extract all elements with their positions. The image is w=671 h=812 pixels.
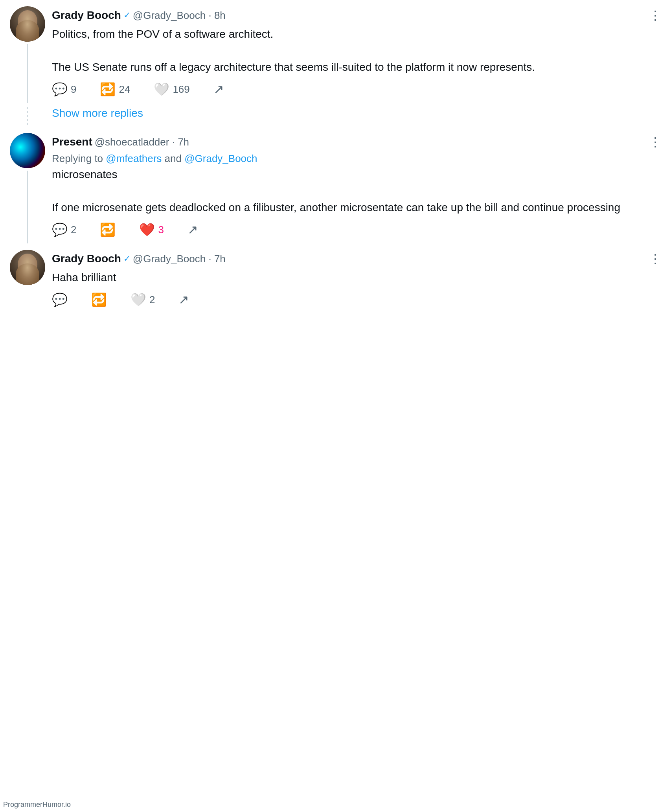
tweet-3-header: Grady Booch ✓ @Grady_Booch · 7h ⋮ — [52, 250, 663, 268]
tweet-2: Present @shoecatladder · 7h ⋮ Replying t… — [0, 127, 671, 243]
tweet-3-more-icon[interactable]: ⋮ — [647, 250, 663, 268]
tweet-1-handle[interactable]: @Grady_Booch — [133, 9, 206, 21]
tweet-3-right-col: Grady Booch ✓ @Grady_Booch · 7h ⋮ Haha b… — [47, 243, 671, 313]
tweet-3-retweet-action[interactable]: 🔁 — [91, 292, 107, 307]
like-icon-3: 🤍 — [131, 292, 146, 307]
tweet-1-more-icon[interactable]: ⋮ — [647, 6, 663, 24]
tweet-2-handle[interactable]: @shoecatladder — [95, 136, 169, 148]
tweet-2-time: 7h — [178, 136, 189, 148]
reply-icon: 💬 — [52, 82, 68, 97]
tweet-1-like-count: 169 — [173, 83, 189, 96]
tweet-2-username[interactable]: Present — [52, 136, 92, 148]
tweet-2-like-count: 3 — [158, 224, 164, 236]
watermark: ProgrammerHumor.io — [3, 801, 71, 809]
tweet-2-header: Present @shoecatladder · 7h ⋮ — [52, 133, 663, 151]
tweet-2-right-col: Present @shoecatladder · 7h ⋮ Replying t… — [47, 127, 671, 243]
tweet-3-share-action[interactable]: ↗ — [178, 292, 189, 307]
tweet-3-time: 7h — [214, 253, 226, 265]
tweet-3-body: Haha brilliant — [52, 269, 663, 286]
tweet-3-verified-icon: ✓ — [123, 254, 131, 264]
share-icon-2: ↗ — [188, 222, 198, 237]
tweet-2-mention-1[interactable]: @mfeathers — [106, 153, 162, 164]
tweet-1-thread-line — [27, 44, 28, 103]
reply-icon-3: 💬 — [52, 292, 68, 307]
tweet-3-handle[interactable]: @Grady_Booch — [133, 253, 206, 265]
like-icon: 🤍 — [154, 82, 169, 97]
tweet-1-body-line-3: The US Senate runs off a legacy architec… — [52, 61, 535, 73]
watermark-text: ProgrammerHumor.io — [3, 801, 71, 808]
tweet-1-body: Politics, from the POV of a software arc… — [52, 26, 663, 75]
tweet-3-reply-action[interactable]: 💬 — [52, 292, 68, 307]
tweet-2-like-action[interactable]: ❤️ 3 — [139, 222, 164, 237]
tweet-1-verified-icon: ✓ — [123, 10, 131, 20]
tweet-3: Grady Booch ✓ @Grady_Booch · 7h ⋮ Haha b… — [0, 243, 671, 313]
tweet-3-header-left: Grady Booch ✓ @Grady_Booch · 7h — [52, 252, 226, 265]
tweet-1-username[interactable]: Grady Booch — [52, 9, 121, 22]
tweet-1: Grady Booch ✓ @Grady_Booch · 8h ⋮ Politi… — [0, 0, 671, 103]
retweet-icon: 🔁 — [100, 82, 116, 97]
tweet-1-avatar[interactable] — [10, 6, 45, 42]
tweet-2-share-action[interactable]: ↗ — [188, 222, 198, 237]
tweet-2-body-line-1: microsenates — [52, 168, 118, 180]
tweet-1-retweet-count: 24 — [119, 83, 130, 96]
tweet-2-mention-2[interactable]: @Grady_Booch — [184, 153, 257, 164]
tweet-1-like-action[interactable]: 🤍 169 — [154, 82, 189, 97]
tweet-1-header: Grady Booch ✓ @Grady_Booch · 8h ⋮ — [52, 6, 663, 24]
tweet-3-like-action[interactable]: 🤍 2 — [131, 292, 155, 307]
retweet-icon-2: 🔁 — [100, 222, 116, 237]
retweet-icon-3: 🔁 — [91, 292, 107, 307]
tweet-1-retweet-action[interactable]: 🔁 24 — [100, 82, 130, 97]
tweet-2-replying-to: Replying to @mfeathers and @Grady_Booch — [52, 153, 663, 165]
tweet-2-retweet-action[interactable]: 🔁 — [100, 222, 116, 237]
tweet-2-avatar[interactable] — [10, 133, 45, 168]
tweet-2-reply-count: 2 — [71, 224, 76, 236]
tweet-3-like-count: 2 — [149, 294, 155, 306]
tweet-2-body: microsenates If one microsenate gets dea… — [52, 166, 663, 216]
share-icon-3: ↗ — [178, 292, 189, 307]
reply-icon-2: 💬 — [52, 222, 68, 237]
tweet-2-thread-line — [27, 171, 28, 243]
tweet-1-reply-count: 9 — [71, 83, 76, 96]
tweet-1-time: 8h — [214, 9, 226, 21]
tweet-1-header-left: Grady Booch ✓ @Grady_Booch · 8h — [52, 9, 226, 22]
tweet-2-header-left: Present @shoecatladder · 7h — [52, 136, 189, 148]
tweet-2-handle-time: @shoecatladder · 7h — [95, 136, 189, 148]
tweet-1-actions: 💬 9 🔁 24 🤍 169 ↗ — [52, 82, 663, 97]
tweet-3-body-line-1: Haha brilliant — [52, 271, 116, 284]
tweet-3-handle-time: @Grady_Booch · 7h — [133, 253, 226, 265]
tweet-1-handle-time: @Grady_Booch · 8h — [133, 9, 226, 22]
tweet-2-left-col — [0, 127, 47, 243]
show-more-replies-button[interactable]: Show more replies — [47, 104, 151, 126]
tweet-3-avatar[interactable] — [10, 250, 45, 285]
show-more-thread-dots — [8, 107, 47, 125]
tweet-2-replying-label: Replying to — [52, 153, 103, 164]
tweet-1-right-col: Grady Booch ✓ @Grady_Booch · 8h ⋮ Politi… — [47, 0, 671, 103]
tweet-2-reply-action[interactable]: 💬 2 — [52, 222, 76, 237]
tweet-2-body-line-3: If one microsenate gets deadlocked on a … — [52, 201, 620, 214]
like-active-icon: ❤️ — [139, 222, 155, 237]
tweet-1-reply-action[interactable]: 💬 9 — [52, 82, 76, 97]
tweet-3-left-col — [0, 243, 47, 313]
tweet-1-share-action[interactable]: ↗ — [213, 82, 224, 97]
tweet-3-username[interactable]: Grady Booch — [52, 252, 121, 265]
tweet-1-left-col — [0, 0, 47, 103]
tweet-3-actions: 💬 🔁 🤍 2 ↗ — [52, 292, 663, 307]
show-more-replies-row: Show more replies — [0, 103, 671, 127]
tweet-1-body-line-1: Politics, from the POV of a software arc… — [52, 28, 273, 40]
share-icon: ↗ — [213, 82, 224, 97]
tweet-2-actions: 💬 2 🔁 ❤️ 3 ↗ — [52, 222, 663, 237]
show-more-replies-label: Show more replies — [52, 107, 143, 120]
tweet-2-more-icon[interactable]: ⋮ — [647, 133, 663, 151]
